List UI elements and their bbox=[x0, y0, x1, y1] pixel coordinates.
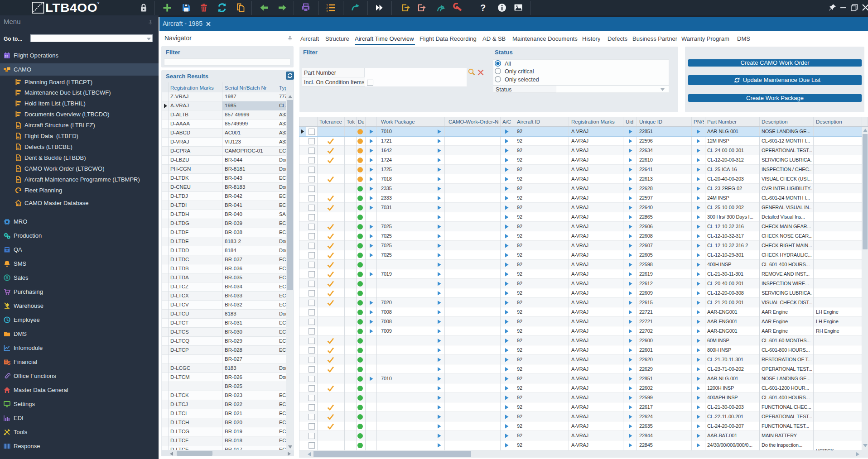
svg-text:3: 3 bbox=[326, 10, 328, 13]
svg-text:?: ? bbox=[480, 3, 486, 13]
svg-text:$: $ bbox=[7, 359, 10, 366]
svg-text:$: $ bbox=[6, 275, 9, 280]
